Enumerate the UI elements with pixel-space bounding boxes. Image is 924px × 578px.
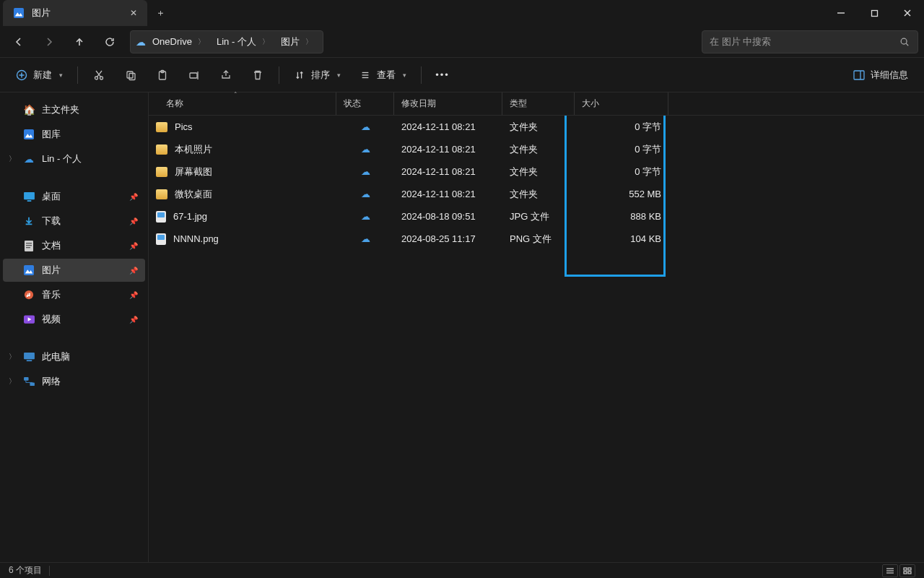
view-mode-thumbnails-button[interactable] bbox=[899, 564, 915, 577]
breadcrumb-segment[interactable]: 图片〉 bbox=[275, 32, 318, 52]
file-date: 2024-12-11 08:21 bbox=[401, 121, 476, 132]
chevron-right-icon[interactable]: 〉 bbox=[9, 154, 16, 164]
column-header-status[interactable]: 状态 bbox=[336, 92, 394, 115]
svg-rect-48 bbox=[904, 571, 907, 574]
sidebar-item-downloads[interactable]: 下载 📌 bbox=[3, 210, 145, 233]
gallery-icon bbox=[23, 129, 35, 140]
svg-rect-26 bbox=[24, 129, 34, 139]
svg-rect-15 bbox=[127, 72, 133, 78]
sidebar-item-home[interactable]: 🏠 主文件夹 bbox=[3, 98, 145, 121]
file-rows: Pics☁2024-12-11 08:21文件夹0 字节本机照片☁2024-12… bbox=[149, 116, 924, 562]
view-button[interactable]: 查看 ▾ bbox=[352, 63, 414, 87]
cut-button[interactable] bbox=[85, 63, 113, 87]
folder-icon bbox=[156, 189, 167, 199]
sidebar-item-desktop[interactable]: 桌面 📌 bbox=[3, 185, 145, 208]
home-icon: 🏠 bbox=[23, 104, 35, 116]
close-window-button[interactable] bbox=[891, 0, 924, 26]
file-name: 屏幕截图 bbox=[175, 165, 212, 178]
file-type: JPG 文件 bbox=[510, 210, 549, 223]
sidebar-item-this-pc[interactable]: 〉 此电脑 bbox=[3, 345, 145, 368]
file-name: NNNN.png bbox=[173, 233, 219, 244]
file-size: 104 KB bbox=[630, 233, 661, 244]
file-date: 2024-12-11 08:21 bbox=[401, 144, 476, 155]
chevron-right-icon[interactable]: 〉 bbox=[9, 352, 16, 362]
rename-button[interactable] bbox=[180, 63, 208, 87]
chevron-down-icon: ▾ bbox=[59, 72, 63, 79]
up-button[interactable] bbox=[66, 30, 92, 53]
table-row[interactable]: 本机照片☁2024-12-11 08:21文件夹0 字节 bbox=[149, 138, 924, 160]
sidebar-item-music[interactable]: 音乐 📌 bbox=[3, 283, 145, 306]
maximize-button[interactable] bbox=[858, 0, 891, 26]
cloud-icon: ☁ bbox=[23, 153, 35, 165]
copy-button[interactable] bbox=[117, 63, 144, 87]
window-tab[interactable]: 图片 ✕ bbox=[3, 0, 147, 26]
file-type: 文件夹 bbox=[510, 165, 538, 178]
search-icon bbox=[899, 36, 910, 48]
share-button[interactable] bbox=[212, 63, 240, 87]
table-row[interactable]: 67-1.jpg☁2024-08-18 09:51JPG 文件888 KB bbox=[149, 205, 924, 228]
pc-icon bbox=[23, 351, 35, 363]
breadcrumb[interactable]: ☁ OneDrive〉 Lin - 个人〉 图片〉 bbox=[130, 30, 323, 53]
file-size: 0 字节 bbox=[635, 121, 661, 134]
body: 🏠 主文件夹 图库 〉 ☁ Lin - 个人 桌面 📌 下载 📌 文档 📌 bbox=[0, 92, 924, 562]
tab-title: 图片 bbox=[32, 7, 51, 20]
svg-rect-32 bbox=[26, 245, 32, 246]
pin-icon: 📌 bbox=[129, 316, 138, 324]
svg-rect-46 bbox=[904, 568, 907, 570]
table-row[interactable]: NNNN.png☁2024-08-25 11:17PNG 文件104 KB bbox=[149, 228, 924, 250]
close-tab-icon[interactable]: ✕ bbox=[130, 8, 137, 18]
svg-rect-19 bbox=[190, 73, 197, 78]
add-tab-button[interactable]: ＋ bbox=[147, 0, 173, 26]
column-header-size[interactable]: 大小 bbox=[575, 92, 668, 115]
svg-rect-40 bbox=[26, 360, 31, 361]
new-button[interactable]: 新建 ▾ bbox=[9, 63, 70, 87]
picture-icon bbox=[23, 264, 35, 276]
delete-button[interactable] bbox=[244, 63, 271, 87]
chevron-down-icon: ▾ bbox=[337, 72, 341, 79]
column-header-type[interactable]: 类型 bbox=[502, 92, 575, 115]
chevron-right-icon[interactable]: 〉 bbox=[9, 376, 16, 387]
file-list: ˄ 名称 状态 修改日期 类型 大小 Pics☁2024-12-11 08:21… bbox=[149, 92, 924, 562]
search-placeholder: 在 图片 中搜索 bbox=[710, 35, 771, 48]
sidebar-item-pictures[interactable]: 图片 📌 bbox=[3, 259, 145, 282]
table-row[interactable]: Pics☁2024-12-11 08:21文件夹0 字节 bbox=[149, 116, 924, 138]
search-input[interactable]: 在 图片 中搜索 bbox=[702, 30, 918, 53]
sort-button[interactable]: 排序 ▾ bbox=[287, 63, 348, 87]
file-type: PNG 文件 bbox=[510, 233, 552, 246]
file-size: 888 KB bbox=[630, 211, 661, 222]
column-header-name[interactable]: 名称 bbox=[149, 92, 336, 115]
paste-button[interactable] bbox=[149, 63, 176, 87]
sidebar-item-network[interactable]: 〉 网络 bbox=[3, 370, 145, 393]
breadcrumb-segment[interactable]: Lin - 个人〉 bbox=[211, 32, 275, 52]
refresh-button[interactable] bbox=[97, 30, 123, 53]
svg-rect-28 bbox=[24, 192, 35, 199]
minimize-button[interactable] bbox=[824, 0, 858, 26]
file-type: 文件夹 bbox=[510, 121, 538, 134]
svg-rect-0 bbox=[14, 8, 24, 18]
details-pane-button[interactable]: 详细信息 bbox=[846, 63, 915, 87]
column-header-date[interactable]: 修改日期 bbox=[394, 92, 502, 115]
table-row[interactable]: 微软桌面☁2024-12-11 08:21文件夹552 MB bbox=[149, 183, 924, 205]
share-icon bbox=[220, 69, 232, 81]
file-date: 2024-12-11 08:21 bbox=[401, 189, 476, 199]
item-count: 6 个项目 bbox=[9, 564, 42, 577]
table-row[interactable]: 屏幕截图☁2024-12-11 08:21文件夹0 字节 bbox=[149, 160, 924, 183]
more-button[interactable]: ••• bbox=[429, 63, 456, 87]
sidebar-item-onedrive-personal[interactable]: 〉 ☁ Lin - 个人 bbox=[3, 147, 145, 171]
cloud-status-icon: ☁ bbox=[361, 144, 370, 155]
file-size: 0 字节 bbox=[635, 143, 661, 156]
file-date: 2024-08-18 09:51 bbox=[401, 211, 476, 222]
sidebar-item-videos[interactable]: 视频 📌 bbox=[3, 308, 145, 331]
trash-icon bbox=[252, 69, 263, 81]
svg-rect-49 bbox=[908, 571, 911, 574]
sidebar-item-gallery[interactable]: 图库 bbox=[3, 123, 145, 146]
sidebar-item-documents[interactable]: 文档 📌 bbox=[3, 234, 145, 257]
svg-line-7 bbox=[906, 43, 908, 46]
svg-point-6 bbox=[901, 38, 907, 44]
view-mode-details-button[interactable] bbox=[882, 564, 898, 577]
back-button[interactable] bbox=[6, 30, 32, 53]
breadcrumb-segment[interactable]: OneDrive〉 bbox=[147, 32, 211, 52]
desktop-icon bbox=[23, 191, 35, 202]
forward-button[interactable] bbox=[36, 30, 62, 53]
cloud-status-icon: ☁ bbox=[361, 121, 370, 132]
